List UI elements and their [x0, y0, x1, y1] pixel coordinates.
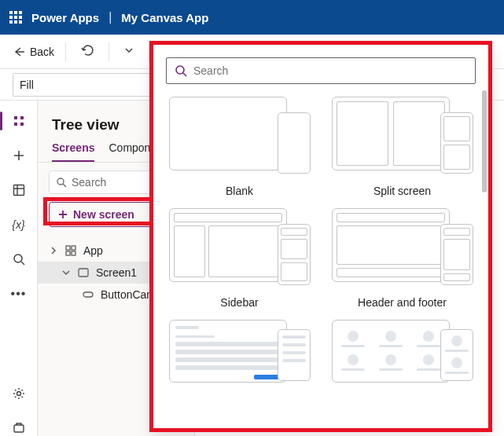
- app-name-label: My Canvas App: [121, 11, 208, 24]
- chevron-down-icon: [61, 268, 71, 277]
- tree-search-placeholder: Search: [72, 176, 106, 189]
- plus-icon: [57, 209, 68, 220]
- rail-search-icon[interactable]: [11, 251, 27, 267]
- new-screen-popup: Blank Split screen: [151, 42, 491, 431]
- arrow-left-icon: [13, 46, 25, 58]
- svg-rect-6: [72, 246, 75, 250]
- undo-icon: [80, 43, 94, 57]
- back-label: Back: [30, 46, 54, 58]
- back-button[interactable]: Back: [13, 46, 54, 58]
- screen-icon: [77, 266, 90, 279]
- rail-insert-icon[interactable]: [11, 148, 27, 163]
- toolbar-divider: [109, 42, 109, 61]
- template-label: Blank: [226, 185, 253, 197]
- rail-tree-view-icon[interactable]: [11, 113, 27, 129]
- svg-rect-3: [14, 425, 24, 432]
- template-thumb: [332, 208, 473, 288]
- chevron-down-icon: [123, 45, 134, 56]
- template-search-input[interactable]: [193, 64, 467, 77]
- new-screen-label: New screen: [73, 208, 134, 221]
- button-icon: [82, 288, 94, 301]
- svg-rect-9: [79, 269, 88, 277]
- template-label: Header and footer: [358, 296, 447, 309]
- template-preview-row[interactable]: [329, 320, 476, 383]
- template-search[interactable]: [166, 57, 476, 84]
- svg-point-11: [176, 66, 184, 74]
- template-thumb: [332, 320, 473, 383]
- template-blank[interactable]: Blank: [166, 97, 313, 197]
- chevron-right-icon: [49, 246, 58, 255]
- undo-button[interactable]: [77, 40, 97, 64]
- template-header-footer[interactable]: Header and footer: [329, 208, 476, 309]
- rail-more-icon[interactable]: •••: [11, 286, 27, 302]
- rail-data-icon[interactable]: [11, 182, 27, 198]
- template-split-screen[interactable]: Split screen: [329, 97, 476, 197]
- svg-rect-7: [66, 251, 70, 255]
- tree-item-label: App: [83, 244, 103, 257]
- search-icon: [175, 64, 187, 77]
- svg-point-1: [14, 255, 22, 262]
- tree-item-label: Screen1: [96, 266, 137, 279]
- template-grid: Blank Split screen: [166, 97, 476, 383]
- template-thumb: [332, 97, 473, 177]
- rail-app-checker-icon[interactable]: [11, 420, 27, 436]
- svg-rect-5: [66, 246, 70, 250]
- toolbar-divider: [65, 42, 66, 61]
- title-bar: Power Apps | My Canvas App: [0, 0, 504, 35]
- rail-variables-icon[interactable]: {x}: [11, 217, 27, 233]
- svg-rect-8: [72, 251, 75, 255]
- svg-rect-10: [83, 292, 93, 297]
- left-rail: {x} •••: [0, 101, 38, 436]
- toolbar-more-button[interactable]: [120, 42, 138, 62]
- scrollbar-thumb[interactable]: [482, 90, 487, 192]
- svg-rect-0: [13, 185, 24, 196]
- tab-screens[interactable]: Screens: [52, 141, 94, 162]
- rail-settings-icon[interactable]: [11, 386, 27, 401]
- template-sidebar[interactable]: Sidebar: [166, 208, 313, 309]
- template-label: Sidebar: [220, 296, 258, 309]
- svg-point-2: [17, 392, 20, 396]
- template-thumb: [169, 208, 311, 288]
- template-thumb: [169, 97, 311, 177]
- app-launcher-icon[interactable]: [9, 11, 22, 24]
- template-preview-row[interactable]: [166, 320, 313, 383]
- search-icon: [56, 177, 67, 188]
- title-separator: |: [109, 10, 112, 24]
- template-label: Split screen: [373, 185, 431, 197]
- brand-label: Power Apps: [31, 11, 99, 24]
- svg-point-4: [57, 178, 64, 185]
- toolbar-divider: [149, 42, 149, 61]
- property-name: Fill: [20, 79, 34, 91]
- template-thumb: [169, 320, 311, 383]
- app-icon: [64, 244, 77, 257]
